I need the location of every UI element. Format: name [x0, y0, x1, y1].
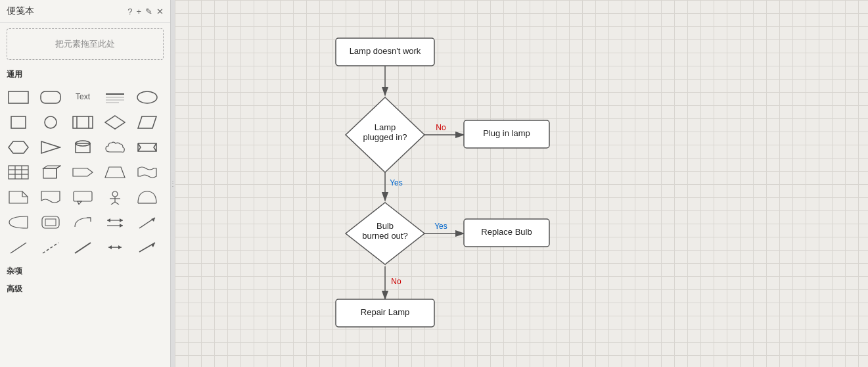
svg-marker-53	[108, 245, 112, 249]
svg-point-18	[76, 141, 90, 146]
flowchart-svg: No Yes Yes No Lamp doesn't work Lamp plu…	[175, 0, 868, 367]
shape-circle[interactable]	[37, 110, 64, 134]
svg-line-47	[139, 218, 155, 228]
svg-point-9	[45, 116, 57, 128]
svg-point-7	[137, 91, 157, 103]
svg-marker-14	[138, 116, 156, 128]
svg-rect-8	[11, 116, 26, 128]
label-no-2: No	[391, 277, 401, 286]
shape-double-arrow[interactable]	[102, 210, 128, 234]
shape-text[interactable]: Text	[70, 86, 96, 109]
svg-marker-48	[151, 218, 155, 222]
node-q2-label-line2: burned out?	[362, 231, 407, 241]
svg-rect-19	[9, 166, 28, 179]
svg-marker-13	[105, 116, 125, 129]
shape-cloud[interactable]	[102, 135, 128, 159]
shape-callout[interactable]	[70, 185, 96, 209]
svg-line-36	[111, 202, 115, 205]
svg-marker-43	[107, 218, 110, 222]
edit-icon[interactable]: ✎	[145, 7, 152, 16]
shape-parallelogram[interactable]	[134, 110, 160, 134]
sidebar-header: 便笺本 ? + ✎ ✕	[0, 0, 170, 23]
svg-marker-25	[43, 166, 60, 168]
shape-arrow-up-right[interactable]	[134, 210, 160, 234]
shape-process[interactable]	[70, 110, 96, 134]
shape-ellipse[interactable]	[134, 86, 160, 109]
svg-rect-1	[41, 91, 60, 103]
shape-trapezoid[interactable]	[102, 160, 128, 184]
svg-marker-16	[41, 141, 60, 153]
section-general: 通用	[0, 65, 170, 83]
shape-arrow-step[interactable]	[70, 160, 96, 184]
shape-bidirectional-arrow[interactable]	[102, 235, 128, 259]
label-yes-2: Yes	[434, 222, 447, 231]
label-yes-1: Yes	[390, 178, 403, 187]
shape-rectangle[interactable]	[5, 86, 32, 109]
shape-half-arc[interactable]	[134, 185, 160, 209]
svg-line-26	[57, 166, 60, 168]
svg-marker-44	[120, 218, 123, 222]
canvas-area[interactable]: No Yes Yes No Lamp doesn't work Lamp plu…	[175, 0, 868, 367]
drop-zone-label: 把元素拖至此处	[55, 39, 115, 49]
node-q1-label-line2: plugged in?	[363, 132, 407, 142]
close-icon[interactable]: ✕	[156, 7, 164, 16]
svg-rect-10	[73, 116, 93, 128]
svg-line-49	[11, 243, 26, 253]
shape-line[interactable]	[5, 235, 32, 259]
shape-heading[interactable]	[102, 86, 128, 109]
shape-note[interactable]	[5, 185, 32, 209]
shape-triangle-right[interactable]	[37, 135, 64, 159]
svg-line-37	[115, 202, 119, 205]
svg-text:Text: Text	[76, 92, 91, 101]
label-no-1: No	[436, 123, 446, 132]
shape-curved-arrow[interactable]	[70, 210, 96, 234]
shape-arrow-diagonal[interactable]	[134, 235, 160, 259]
sidebar-icons: ? + ✎ ✕	[127, 7, 164, 16]
svg-rect-17	[76, 143, 90, 153]
svg-rect-41	[45, 219, 56, 226]
svg-marker-28	[73, 168, 93, 176]
shape-slash[interactable]	[70, 235, 96, 259]
section-misc: 杂项	[0, 262, 170, 280]
svg-line-50	[43, 243, 58, 253]
svg-line-51	[75, 243, 91, 253]
shape-left-arc[interactable]	[5, 210, 32, 234]
svg-marker-29	[105, 167, 125, 178]
svg-rect-31	[74, 191, 92, 201]
svg-marker-32	[78, 201, 81, 205]
shape-hexagon[interactable]	[5, 135, 32, 159]
shape-banner[interactable]	[134, 135, 160, 159]
add-icon[interactable]: +	[136, 7, 141, 16]
svg-rect-40	[42, 216, 59, 228]
help-icon[interactable]: ?	[127, 7, 132, 16]
svg-rect-0	[9, 91, 28, 103]
shapes-grid-row1: Text	[0, 83, 170, 262]
svg-marker-15	[9, 141, 28, 153]
node-replace-label: Replace Bulb	[481, 227, 532, 237]
shape-square[interactable]	[5, 110, 32, 134]
svg-rect-24	[43, 168, 57, 178]
shape-wave[interactable]	[134, 160, 160, 184]
svg-point-33	[112, 191, 118, 197]
shape-table[interactable]	[5, 160, 32, 184]
shape-bracket[interactable]	[37, 210, 64, 234]
svg-marker-46	[120, 224, 123, 228]
shape-dashed-line[interactable]	[37, 235, 64, 259]
svg-marker-30	[9, 191, 28, 203]
shape-cylinder[interactable]	[70, 135, 96, 159]
shape-diamond[interactable]	[102, 110, 128, 134]
sidebar: 便笺本 ? + ✎ ✕ 把元素拖至此处 通用 Text	[0, 0, 171, 367]
svg-marker-54	[118, 245, 122, 249]
shape-document[interactable]	[37, 185, 64, 209]
node-repair-label: Repair Lamp	[361, 307, 409, 317]
shape-3d-box[interactable]	[37, 160, 64, 184]
shape-rounded-rect[interactable]	[37, 86, 64, 109]
node-start-label: Lamp doesn't work	[350, 46, 421, 56]
drop-zone[interactable]: 把元素拖至此处	[7, 28, 164, 60]
section-advanced: 高级	[0, 280, 170, 297]
shape-person[interactable]	[102, 185, 128, 209]
svg-marker-56	[151, 243, 155, 247]
svg-line-55	[139, 243, 155, 252]
sidebar-title: 便笺本	[7, 5, 34, 17]
node-q2-label-line1: Bulb	[377, 221, 394, 231]
